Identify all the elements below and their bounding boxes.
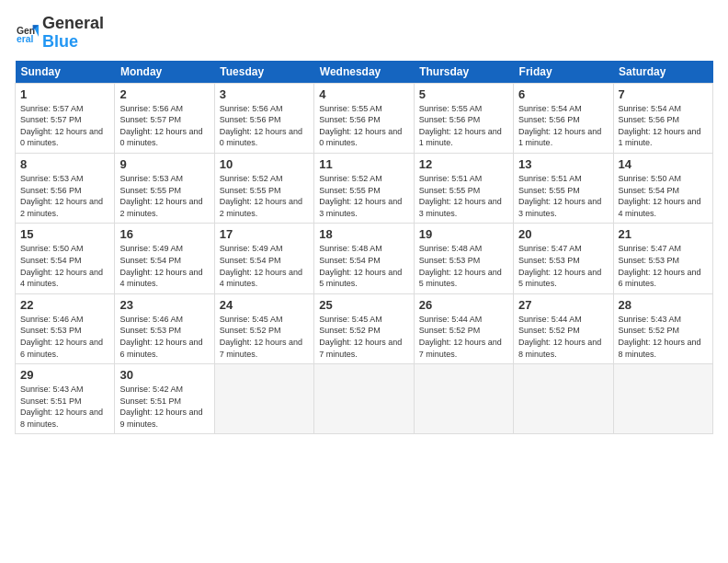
- calendar-week-1: 1 Sunrise: 5:57 AM Sunset: 5:57 PM Dayli…: [16, 83, 713, 153]
- day-number: 11: [319, 157, 408, 171]
- day-number: 13: [518, 157, 608, 171]
- day-info: Sunrise: 5:51 AM Sunset: 5:55 PM Dayligh…: [518, 173, 608, 219]
- calendar-cell: 22 Sunrise: 5:46 AM Sunset: 5:53 PM Dayl…: [16, 293, 115, 363]
- day-info: Sunrise: 5:56 AM Sunset: 5:56 PM Dayligh…: [220, 103, 309, 149]
- day-number: 23: [119, 298, 209, 312]
- calendar-cell: 16 Sunrise: 5:49 AM Sunset: 5:54 PM Dayl…: [115, 224, 214, 293]
- logo-icon: Gen eral: [17, 22, 39, 44]
- calendar-cell: 1 Sunrise: 5:57 AM Sunset: 5:57 PM Dayli…: [16, 83, 115, 153]
- day-number: 20: [518, 227, 608, 241]
- day-info: Sunrise: 5:44 AM Sunset: 5:52 PM Dayligh…: [419, 314, 508, 360]
- logo: Gen eral GeneralBlue: [15, 15, 104, 52]
- day-number: 16: [119, 227, 209, 241]
- calendar-cell: 10 Sunrise: 5:52 AM Sunset: 5:55 PM Dayl…: [214, 153, 313, 223]
- day-info: Sunrise: 5:48 AM Sunset: 5:53 PM Dayligh…: [419, 243, 508, 289]
- calendar-cell: 25 Sunrise: 5:45 AM Sunset: 5:52 PM Dayl…: [314, 293, 414, 363]
- calendar-cell: 2 Sunrise: 5:56 AM Sunset: 5:57 PM Dayli…: [115, 83, 214, 153]
- header: Gen eral GeneralBlue: [15, 15, 713, 52]
- calendar-table: SundayMondayTuesdayWednesdayThursdayFrid…: [15, 61, 713, 435]
- calendar-cell: [214, 364, 313, 434]
- calendar-cell: 21 Sunrise: 5:47 AM Sunset: 5:53 PM Dayl…: [613, 224, 712, 293]
- calendar-cell: 11 Sunrise: 5:52 AM Sunset: 5:55 PM Dayl…: [314, 153, 414, 223]
- day-info: Sunrise: 5:49 AM Sunset: 5:54 PM Dayligh…: [119, 243, 209, 289]
- day-number: 7: [619, 87, 708, 101]
- day-number: 2: [119, 87, 209, 101]
- calendar-cell: 6 Sunrise: 5:54 AM Sunset: 5:56 PM Dayli…: [514, 83, 613, 153]
- calendar-cell: 24 Sunrise: 5:45 AM Sunset: 5:52 PM Dayl…: [214, 293, 313, 363]
- calendar-cell: 4 Sunrise: 5:55 AM Sunset: 5:56 PM Dayli…: [314, 83, 414, 153]
- day-number: 8: [20, 157, 109, 171]
- calendar-cell: 17 Sunrise: 5:49 AM Sunset: 5:54 PM Dayl…: [214, 224, 313, 293]
- day-number: 5: [419, 87, 508, 101]
- day-number: 10: [220, 157, 309, 171]
- day-number: 30: [119, 368, 209, 382]
- calendar-cell: 3 Sunrise: 5:56 AM Sunset: 5:56 PM Dayli…: [214, 83, 313, 153]
- day-number: 18: [319, 227, 408, 241]
- day-info: Sunrise: 5:51 AM Sunset: 5:55 PM Dayligh…: [419, 173, 508, 219]
- day-info: Sunrise: 5:46 AM Sunset: 5:53 PM Dayligh…: [20, 314, 109, 360]
- day-info: Sunrise: 5:55 AM Sunset: 5:56 PM Dayligh…: [319, 103, 408, 149]
- day-number: 27: [518, 298, 608, 312]
- day-info: Sunrise: 5:46 AM Sunset: 5:53 PM Dayligh…: [119, 314, 209, 360]
- day-number: 9: [119, 157, 209, 171]
- weekday-header-wednesday: Wednesday: [314, 61, 414, 84]
- day-info: Sunrise: 5:50 AM Sunset: 5:54 PM Dayligh…: [619, 173, 708, 219]
- calendar-cell: 23 Sunrise: 5:46 AM Sunset: 5:53 PM Dayl…: [115, 293, 214, 363]
- calendar-cell: 26 Sunrise: 5:44 AM Sunset: 5:52 PM Dayl…: [414, 293, 513, 363]
- day-number: 29: [20, 368, 109, 382]
- day-number: 14: [619, 157, 708, 171]
- day-info: Sunrise: 5:42 AM Sunset: 5:51 PM Dayligh…: [119, 384, 209, 430]
- day-number: 26: [419, 298, 508, 312]
- calendar-cell: 19 Sunrise: 5:48 AM Sunset: 5:53 PM Dayl…: [414, 224, 513, 293]
- day-number: 4: [319, 87, 408, 101]
- calendar-cell: 28 Sunrise: 5:43 AM Sunset: 5:52 PM Dayl…: [613, 293, 712, 363]
- calendar-week-2: 8 Sunrise: 5:53 AM Sunset: 5:56 PM Dayli…: [16, 153, 713, 223]
- weekday-header-thursday: Thursday: [414, 61, 513, 84]
- day-info: Sunrise: 5:45 AM Sunset: 5:52 PM Dayligh…: [220, 314, 309, 360]
- day-number: 17: [220, 227, 309, 241]
- calendar-cell: 20 Sunrise: 5:47 AM Sunset: 5:53 PM Dayl…: [514, 224, 613, 293]
- day-info: Sunrise: 5:47 AM Sunset: 5:53 PM Dayligh…: [518, 243, 608, 289]
- calendar-cell: 8 Sunrise: 5:53 AM Sunset: 5:56 PM Dayli…: [16, 153, 115, 223]
- calendar-cell: 12 Sunrise: 5:51 AM Sunset: 5:55 PM Dayl…: [414, 153, 513, 223]
- calendar-cell: 13 Sunrise: 5:51 AM Sunset: 5:55 PM Dayl…: [514, 153, 613, 223]
- calendar-week-5: 29 Sunrise: 5:43 AM Sunset: 5:51 PM Dayl…: [16, 364, 713, 434]
- calendar-cell: [613, 364, 712, 434]
- day-info: Sunrise: 5:49 AM Sunset: 5:54 PM Dayligh…: [220, 243, 309, 289]
- day-number: 6: [518, 87, 608, 101]
- day-number: 15: [20, 227, 109, 241]
- day-number: 25: [319, 298, 408, 312]
- day-info: Sunrise: 5:43 AM Sunset: 5:52 PM Dayligh…: [619, 314, 708, 360]
- calendar-cell: [414, 364, 513, 434]
- day-info: Sunrise: 5:55 AM Sunset: 5:56 PM Dayligh…: [419, 103, 508, 149]
- calendar-week-3: 15 Sunrise: 5:50 AM Sunset: 5:54 PM Dayl…: [16, 224, 713, 293]
- weekday-header-friday: Friday: [514, 61, 613, 84]
- calendar-cell: 27 Sunrise: 5:44 AM Sunset: 5:52 PM Dayl…: [514, 293, 613, 363]
- calendar-cell: 15 Sunrise: 5:50 AM Sunset: 5:54 PM Dayl…: [16, 224, 115, 293]
- calendar-cell: 18 Sunrise: 5:48 AM Sunset: 5:54 PM Dayl…: [314, 224, 414, 293]
- day-info: Sunrise: 5:52 AM Sunset: 5:55 PM Dayligh…: [220, 173, 309, 219]
- calendar-cell: 5 Sunrise: 5:55 AM Sunset: 5:56 PM Dayli…: [414, 83, 513, 153]
- weekday-header-tuesday: Tuesday: [214, 61, 313, 84]
- calendar-cell: 9 Sunrise: 5:53 AM Sunset: 5:55 PM Dayli…: [115, 153, 214, 223]
- day-info: Sunrise: 5:44 AM Sunset: 5:52 PM Dayligh…: [518, 314, 608, 360]
- weekday-header-monday: Monday: [115, 61, 214, 84]
- day-info: Sunrise: 5:47 AM Sunset: 5:53 PM Dayligh…: [619, 243, 708, 289]
- day-info: Sunrise: 5:56 AM Sunset: 5:57 PM Dayligh…: [119, 103, 209, 149]
- day-number: 21: [619, 227, 708, 241]
- weekday-header-row: SundayMondayTuesdayWednesdayThursdayFrid…: [16, 61, 713, 84]
- logo-text: GeneralBlue: [42, 15, 104, 52]
- day-info: Sunrise: 5:50 AM Sunset: 5:54 PM Dayligh…: [20, 243, 109, 289]
- day-info: Sunrise: 5:48 AM Sunset: 5:54 PM Dayligh…: [319, 243, 408, 289]
- calendar-cell: [514, 364, 613, 434]
- day-info: Sunrise: 5:43 AM Sunset: 5:51 PM Dayligh…: [20, 384, 109, 430]
- day-number: 24: [220, 298, 309, 312]
- day-number: 28: [619, 298, 708, 312]
- day-info: Sunrise: 5:57 AM Sunset: 5:57 PM Dayligh…: [20, 103, 109, 149]
- calendar-cell: 29 Sunrise: 5:43 AM Sunset: 5:51 PM Dayl…: [16, 364, 115, 434]
- calendar-cell: [314, 364, 414, 434]
- day-number: 12: [419, 157, 508, 171]
- calendar-week-4: 22 Sunrise: 5:46 AM Sunset: 5:53 PM Dayl…: [16, 293, 713, 363]
- calendar-cell: 7 Sunrise: 5:54 AM Sunset: 5:56 PM Dayli…: [613, 83, 712, 153]
- day-info: Sunrise: 5:53 AM Sunset: 5:56 PM Dayligh…: [20, 173, 109, 219]
